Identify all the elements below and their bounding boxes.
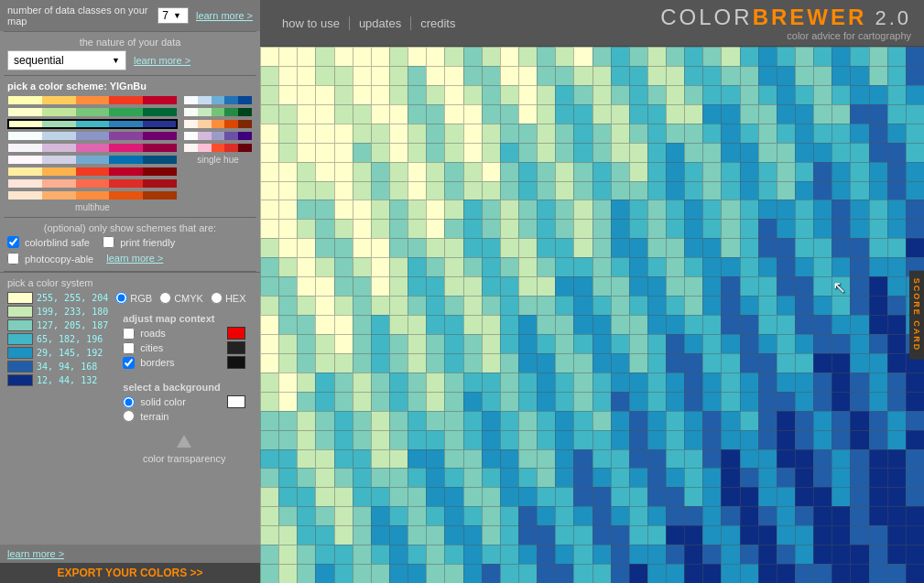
photocopy-checkbox[interactable]: [7, 253, 19, 265]
rgb-radio-label[interactable]: RGB: [115, 292, 152, 304]
multihue-swatch-8[interactable]: [7, 190, 178, 200]
multihue-swatch-5[interactable]: [7, 155, 178, 165]
county-cell: [721, 334, 741, 354]
county-cell: [315, 372, 335, 393]
county-cell: [555, 219, 575, 239]
num-classes-learn-more[interactable]: learn more >: [196, 10, 253, 21]
nature-arrow[interactable]: ▼: [112, 56, 120, 65]
county-cell: [721, 238, 741, 258]
county-cell: [463, 315, 484, 335]
county-cell: [518, 315, 538, 335]
cities-color-box[interactable]: [227, 341, 245, 354]
county-cell: [555, 47, 575, 67]
county-cell: [777, 392, 797, 412]
singlehue-swatch-4[interactable]: [183, 143, 253, 153]
singlehue-swatch-2[interactable]: [183, 119, 253, 129]
county-cell: [371, 545, 391, 565]
multihue-swatch-2[interactable]: [7, 119, 178, 129]
county-cell: [887, 200, 908, 220]
borders-checkbox[interactable]: [123, 357, 135, 369]
county-cell: [666, 296, 686, 316]
singlehue-swatch-1[interactable]: [183, 107, 253, 117]
roads-row: roads: [123, 327, 245, 340]
county-cell: [647, 353, 668, 373]
county-cell: [869, 104, 889, 124]
county-cell: [555, 525, 575, 545]
county-cell: [389, 162, 409, 182]
county-cell: [887, 334, 908, 354]
multihue-swatch-1[interactable]: [7, 107, 178, 117]
terrain-radio[interactable]: [123, 410, 135, 422]
county-cell: [334, 353, 354, 373]
county-cell: [592, 276, 613, 297]
filter-learn-more[interactable]: learn more >: [106, 253, 163, 264]
colorblind-safe-checkbox[interactable]: [7, 236, 19, 248]
roads-color-box[interactable]: [227, 327, 245, 340]
county-cell: [777, 296, 797, 316]
hex-radio[interactable]: [211, 292, 223, 304]
cities-checkbox[interactable]: [123, 342, 135, 354]
county-cell: [444, 104, 464, 124]
county-cell: [869, 506, 889, 526]
county-cell: [463, 238, 484, 258]
solid-color-radio[interactable]: [123, 396, 135, 408]
num-classes-select[interactable]: 7 ▼: [158, 7, 189, 24]
county-cell: [869, 372, 889, 393]
county-cell: [666, 353, 686, 373]
county-cell: [482, 487, 502, 507]
county-cell: [666, 449, 686, 470]
multihue-swatch-3[interactable]: [7, 131, 178, 141]
color-value-text-3: 65, 182, 196: [37, 334, 103, 344]
county-cell: [647, 200, 668, 220]
county-cell: [278, 162, 299, 182]
nature-select[interactable]: sequential ▼: [7, 50, 126, 70]
nav-credits[interactable]: credits: [411, 16, 464, 30]
county-cell: [334, 162, 354, 182]
solid-color-box[interactable]: [227, 395, 245, 408]
county-cell: [906, 238, 924, 258]
county-cell: [869, 564, 889, 583]
county-cell: [297, 334, 317, 354]
county-cell: [426, 372, 446, 393]
roads-checkbox[interactable]: [123, 328, 135, 340]
print-friendly-checkbox[interactable]: [103, 236, 114, 248]
county-cell: [426, 219, 446, 239]
county-cell: [702, 181, 723, 201]
nav-updates[interactable]: updates: [350, 16, 411, 30]
cmyk-radio[interactable]: [159, 292, 171, 304]
multihue-swatch-6[interactable]: [7, 167, 178, 177]
county-cell: [518, 564, 538, 583]
county-cell: [887, 238, 908, 258]
nature-learn-more[interactable]: learn more >: [134, 55, 190, 66]
county-cell: [353, 506, 373, 526]
export-button[interactable]: EXPORT YOUR COLORS >>: [57, 567, 202, 579]
multihue-swatch-7[interactable]: [7, 178, 178, 189]
county-cell: [389, 124, 409, 144]
multihue-swatch-0[interactable]: [7, 95, 178, 105]
hex-radio-label[interactable]: HEX: [211, 292, 246, 304]
county-cell: [408, 353, 428, 373]
cmyk-radio-label[interactable]: CMYK: [159, 292, 203, 304]
singlehue-swatch-3[interactable]: [183, 131, 253, 141]
county-cell: [426, 353, 446, 373]
county-cell: [278, 411, 299, 431]
county-cell: [611, 238, 631, 258]
county-cell: [537, 525, 557, 545]
num-classes-arrow[interactable]: ▼: [173, 11, 181, 20]
rgb-radio[interactable]: [115, 292, 127, 304]
bottom-learn-more[interactable]: learn more >: [7, 548, 64, 559]
export-bar[interactable]: EXPORT YOUR COLORS >>: [0, 563, 260, 583]
county-cell: [647, 66, 668, 86]
borders-color-box[interactable]: [227, 356, 245, 369]
county-cell: [850, 143, 870, 163]
nav-how-to-use[interactable]: how to use: [273, 16, 350, 30]
county-cell: [426, 296, 446, 316]
color-swatch-3: [7, 333, 33, 345]
county-cell: [463, 124, 484, 144]
county-cell: [611, 104, 631, 124]
county-cell: [629, 257, 649, 277]
multihue-swatch-4[interactable]: [7, 143, 178, 153]
singlehue-swatch-0[interactable]: [183, 95, 253, 105]
scorecard-tab[interactable]: SCORE CARD: [909, 271, 924, 360]
county-cell: [684, 353, 704, 373]
